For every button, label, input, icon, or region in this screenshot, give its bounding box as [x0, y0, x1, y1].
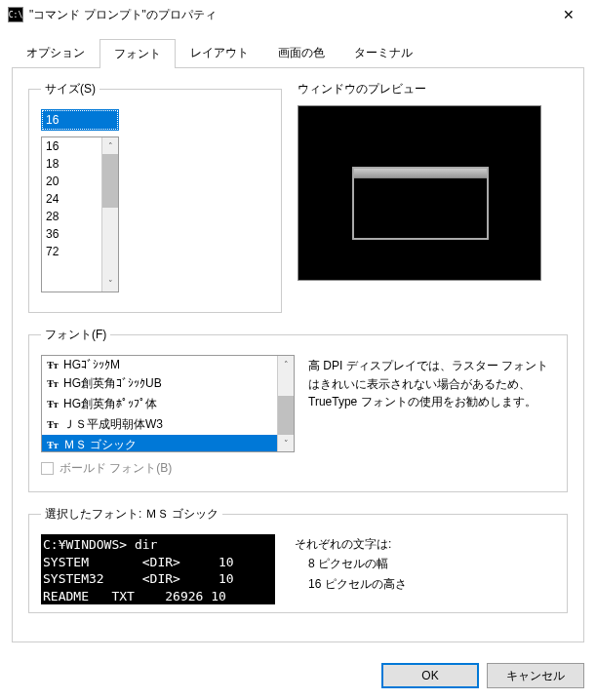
char-height: 16 ピクセルの高さ [295, 574, 407, 594]
tab-options[interactable]: オプション [12, 38, 99, 67]
font-option-label: HG創英角ﾎﾟｯﾌﾟ体 [63, 396, 157, 412]
scroll-up-icon[interactable]: ˄ [102, 137, 118, 154]
tab-terminal[interactable]: ターミナル [339, 38, 427, 67]
truetype-icon: Ŧт [46, 378, 60, 389]
size-option[interactable]: 36 [42, 225, 101, 243]
truetype-icon: Ŧт [46, 399, 60, 409]
font-option[interactable]: ŦтＪＳ平成明朝体W3 [42, 414, 277, 435]
tab-strip: オプション フォント レイアウト 画面の色 ターミナル [12, 38, 584, 68]
selected-font-legend: 選択したフォント: ＭＳ ゴシック [41, 506, 222, 523]
truetype-icon: Ŧт [46, 419, 60, 430]
preview-canvas [298, 105, 541, 281]
size-option[interactable]: 18 [42, 155, 101, 173]
font-option-label: HGｺﾞｼｯｸM [63, 358, 120, 371]
font-legend: フォント(F) [41, 327, 110, 343]
size-option[interactable]: 28 [42, 208, 101, 225]
size-scrollbar[interactable]: ˄ ˅ [101, 137, 118, 292]
truetype-icon: Ŧт [46, 360, 60, 370]
tab-panel-font: サイズ(S) 16 18 20 24 28 36 72 ˄ [12, 67, 584, 642]
font-list[interactable]: ŦтHGｺﾞｼｯｸM ŦтHG創英角ｺﾞｼｯｸUB ŦтHG創英角ﾎﾟｯﾌﾟ体 … [42, 356, 277, 451]
font-option[interactable]: ŦтＭＳ ゴシック [42, 435, 277, 451]
dialog-footer: OK キャンセル [0, 651, 596, 700]
window-title: "コマンド プロンプト"のプロパティ [29, 7, 549, 23]
char-dimensions: それぞれの文字は: 8 ピクセルの幅 16 ピクセルの高さ [295, 534, 407, 604]
tab-colors[interactable]: 画面の色 [263, 38, 339, 67]
tab-layout[interactable]: レイアウト [176, 38, 263, 67]
font-option-label: ＭＳ ゴシック [63, 437, 137, 451]
bold-label: ボールド フォント(B) [60, 460, 172, 477]
scroll-up-icon[interactable]: ˄ [278, 356, 294, 372]
scroll-down-icon[interactable]: ˅ [102, 275, 118, 292]
font-option[interactable]: ŦтHG創英角ﾎﾟｯﾌﾟ体 [42, 394, 277, 414]
truetype-icon: Ŧт [46, 440, 60, 450]
dpi-hint-text: 高 DPI ディスプレイでは、ラスター フォントはきれいに表示されない場合がある… [308, 355, 555, 477]
scroll-thumb[interactable] [278, 396, 294, 435]
close-button[interactable]: ✕ [549, 0, 588, 29]
font-option-label: ＪＳ平成明朝体W3 [63, 416, 163, 433]
size-list[interactable]: 16 18 20 24 28 36 72 [42, 137, 101, 292]
font-sample: C:¥WINDOWS> dir SYSTEM <DIR> 10 SYSTEM32… [41, 534, 275, 604]
size-option[interactable]: 24 [42, 190, 101, 208]
scroll-thumb[interactable] [102, 154, 118, 208]
cancel-button[interactable]: キャンセル [487, 663, 584, 688]
preview-group: ウィンドウのプレビュー [298, 81, 568, 313]
tab-font[interactable]: フォント [99, 39, 176, 68]
bold-checkbox[interactable] [41, 462, 54, 475]
font-scrollbar[interactable]: ˄ ˅ [277, 356, 294, 451]
font-option[interactable]: ŦтHG創英角ｺﾞｼｯｸUB [42, 373, 277, 394]
titlebar: C:\ "コマンド プロンプト"のプロパティ ✕ [0, 0, 596, 29]
scroll-down-icon[interactable]: ˅ [278, 435, 294, 451]
size-option[interactable]: 72 [42, 243, 101, 260]
font-option-label: HG創英角ｺﾞｼｯｸUB [63, 375, 162, 392]
app-icon: C:\ [8, 7, 23, 22]
ok-button[interactable]: OK [381, 663, 479, 688]
preview-window-icon [352, 167, 489, 240]
font-group: フォント(F) ŦтHGｺﾞｼｯｸM ŦтHG創英角ｺﾞｼｯｸUB ŦтHG創英… [28, 327, 568, 492]
size-option[interactable]: 16 [42, 137, 101, 155]
selected-font-group: 選択したフォント: ＭＳ ゴシック C:¥WINDOWS> dir SYSTEM… [28, 506, 568, 613]
size-group: サイズ(S) 16 18 20 24 28 36 72 ˄ [28, 81, 282, 313]
size-option[interactable]: 20 [42, 173, 101, 190]
char-dimensions-label: それぞれの文字は: [295, 534, 407, 554]
preview-window-titlebar [354, 169, 487, 178]
size-input[interactable] [41, 109, 119, 131]
preview-label: ウィンドウのプレビュー [298, 81, 568, 97]
size-legend: サイズ(S) [41, 81, 99, 97]
font-option[interactable]: ŦтHGｺﾞｼｯｸM [42, 356, 277, 373]
char-width: 8 ピクセルの幅 [295, 554, 407, 573]
